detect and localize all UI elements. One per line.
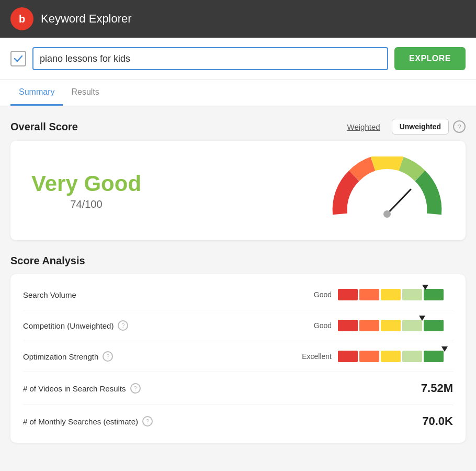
- videos-help-icon[interactable]: ?: [130, 383, 141, 394]
- optimization-help-icon[interactable]: ?: [103, 351, 113, 362]
- overall-score-title: Overall Score: [10, 121, 78, 133]
- app-header: b Keyword Explorer: [0, 0, 476, 38]
- checkmark-icon: [14, 54, 23, 63]
- row-right-search-volume: Good: [300, 289, 453, 300]
- score-value: 74/100: [31, 198, 141, 210]
- table-row: # of Videos in Search Results ? 7.52M: [23, 372, 453, 405]
- search-area: EXPLORE: [0, 38, 476, 80]
- score-text: Very Good 74/100: [31, 171, 141, 210]
- value-videos: 7.52M: [411, 382, 453, 395]
- row-right-optimization: Excellent: [300, 351, 453, 362]
- table-row: Optimization Strength ? Excellent: [23, 341, 453, 372]
- monthly-help-icon[interactable]: ?: [142, 416, 153, 427]
- value-monthly: 70.0K: [411, 414, 453, 428]
- score-toggle-group: Weighted Unweighted ?: [340, 119, 466, 134]
- row-right-monthly: 70.0K: [411, 414, 453, 428]
- row-right-competition: Good: [300, 320, 453, 331]
- checkbox[interactable]: [10, 51, 26, 66]
- bar-marker-search-volume: [422, 285, 428, 290]
- gauge-svg: [330, 156, 445, 225]
- score-label: Very Good: [31, 171, 141, 196]
- competition-help-icon[interactable]: ?: [118, 320, 128, 331]
- bar-competition: [338, 320, 453, 331]
- tabs-bar: Summary Results: [0, 80, 476, 106]
- explore-button[interactable]: EXPLORE: [394, 47, 466, 70]
- status-optimization: Excellent: [300, 352, 332, 361]
- gauge-chart: [330, 156, 445, 225]
- tab-results[interactable]: Results: [63, 80, 107, 106]
- row-label-monthly: # of Monthly Searches (estimate) ?: [23, 416, 153, 427]
- row-label-optimization: Optimization Strength ?: [23, 351, 113, 362]
- row-right-videos: 7.52M: [411, 382, 453, 395]
- svg-point-2: [383, 210, 391, 218]
- score-card: Very Good 74/100: [10, 141, 466, 240]
- bar-marker-optimization: [441, 346, 448, 352]
- row-label-search-volume: Search Volume: [23, 290, 76, 299]
- app-logo: b: [10, 7, 33, 30]
- main-content: Overall Score Weighted Unweighted ? Very…: [0, 106, 476, 455]
- search-input[interactable]: [32, 47, 388, 70]
- row-label-competition: Competition (Unweighted) ?: [23, 320, 128, 331]
- tab-summary[interactable]: Summary: [10, 80, 63, 106]
- unweighted-button[interactable]: Unweighted: [392, 119, 449, 134]
- app-title: Keyword Explorer: [41, 12, 132, 26]
- table-row: # of Monthly Searches (estimate) ? 70.0K: [23, 405, 453, 438]
- bar-optimization: [338, 351, 453, 362]
- status-competition: Good: [300, 321, 332, 330]
- analysis-card: Search Volume Good Competition (Unweight…: [10, 274, 466, 443]
- weighted-button[interactable]: Weighted: [340, 119, 388, 134]
- bar-search-volume: [338, 289, 453, 300]
- status-search-volume: Good: [300, 290, 332, 299]
- score-help-icon[interactable]: ?: [453, 120, 466, 133]
- svg-point-0: [355, 182, 420, 225]
- bar-marker-competition: [419, 316, 425, 321]
- row-label-videos: # of Videos in Search Results ?: [23, 383, 141, 394]
- score-analysis-title: Score Analysis: [10, 255, 466, 267]
- table-row: Search Volume Good: [23, 279, 453, 310]
- table-row: Competition (Unweighted) ? Good: [23, 310, 453, 341]
- overall-score-header: Overall Score Weighted Unweighted ?: [10, 119, 466, 134]
